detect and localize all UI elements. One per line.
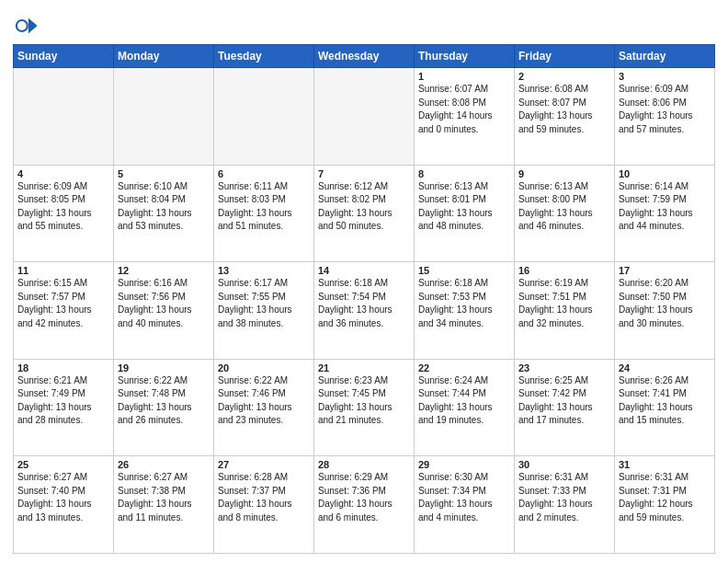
calendar-week-3: 11Sunrise: 6:15 AMSunset: 7:57 PMDayligh… bbox=[14, 262, 715, 360]
header bbox=[13, 9, 715, 39]
day-number: 24 bbox=[619, 362, 711, 373]
calendar-cell: 28Sunrise: 6:29 AMSunset: 7:36 PMDayligh… bbox=[314, 456, 415, 554]
calendar-cell: 26Sunrise: 6:27 AMSunset: 7:38 PMDayligh… bbox=[114, 456, 214, 554]
calendar-cell: 4Sunrise: 6:09 AMSunset: 8:05 PMDaylight… bbox=[14, 165, 114, 262]
day-info: Sunrise: 6:20 AMSunset: 7:50 PMDaylight:… bbox=[619, 277, 711, 330]
day-info: Sunrise: 6:13 AMSunset: 8:00 PMDaylight:… bbox=[518, 180, 610, 234]
day-info: Sunrise: 6:24 AMSunset: 7:44 PMDaylight:… bbox=[418, 374, 510, 428]
calendar-cell: 14Sunrise: 6:18 AMSunset: 7:54 PMDayligh… bbox=[314, 262, 415, 360]
day-info: Sunrise: 6:16 AMSunset: 7:56 PMDaylight:… bbox=[118, 277, 210, 330]
calendar-week-4: 18Sunrise: 6:21 AMSunset: 7:49 PMDayligh… bbox=[14, 359, 715, 456]
svg-marker-2 bbox=[28, 18, 38, 34]
day-number: 29 bbox=[418, 459, 510, 470]
weekday-header-wednesday: Wednesday bbox=[314, 45, 415, 68]
day-info: Sunrise: 6:08 AMSunset: 8:07 PMDaylight:… bbox=[518, 83, 610, 136]
logo bbox=[13, 13, 42, 39]
day-number: 1 bbox=[418, 71, 510, 82]
day-number: 13 bbox=[218, 265, 310, 276]
weekday-header-saturday: Saturday bbox=[615, 45, 715, 68]
day-number: 30 bbox=[518, 459, 610, 470]
calendar-cell: 7Sunrise: 6:12 AMSunset: 8:02 PMDaylight… bbox=[314, 165, 415, 262]
calendar-body: 1Sunrise: 6:07 AMSunset: 8:08 PMDaylight… bbox=[14, 68, 715, 554]
day-info: Sunrise: 6:23 AMSunset: 7:45 PMDaylight:… bbox=[318, 374, 410, 428]
day-info: Sunrise: 6:31 AMSunset: 7:31 PMDaylight:… bbox=[619, 471, 711, 524]
day-number: 10 bbox=[619, 168, 711, 179]
day-info: Sunrise: 6:27 AMSunset: 7:40 PMDaylight:… bbox=[17, 471, 109, 524]
calendar-cell: 1Sunrise: 6:07 AMSunset: 8:08 PMDaylight… bbox=[415, 68, 515, 166]
day-number: 23 bbox=[518, 362, 610, 373]
calendar-table: SundayMondayTuesdayWednesdayThursdayFrid… bbox=[13, 44, 715, 554]
calendar-cell: 23Sunrise: 6:25 AMSunset: 7:42 PMDayligh… bbox=[515, 359, 615, 456]
day-number: 16 bbox=[518, 265, 610, 276]
day-info: Sunrise: 6:22 AMSunset: 7:46 PMDaylight:… bbox=[218, 374, 310, 428]
calendar-cell: 18Sunrise: 6:21 AMSunset: 7:49 PMDayligh… bbox=[14, 359, 114, 456]
calendar-cell: 2Sunrise: 6:08 AMSunset: 8:07 PMDaylight… bbox=[515, 68, 615, 166]
day-info: Sunrise: 6:31 AMSunset: 7:33 PMDaylight:… bbox=[518, 471, 610, 524]
calendar-cell: 22Sunrise: 6:24 AMSunset: 7:44 PMDayligh… bbox=[415, 359, 515, 456]
calendar-cell: 21Sunrise: 6:23 AMSunset: 7:45 PMDayligh… bbox=[314, 359, 415, 456]
day-number: 25 bbox=[17, 459, 109, 470]
day-info: Sunrise: 6:30 AMSunset: 7:34 PMDaylight:… bbox=[418, 471, 510, 524]
calendar-cell: 20Sunrise: 6:22 AMSunset: 7:46 PMDayligh… bbox=[214, 359, 314, 456]
weekday-header-thursday: Thursday bbox=[415, 45, 515, 68]
page: SundayMondayTuesdayWednesdayThursdayFrid… bbox=[0, 0, 728, 563]
day-info: Sunrise: 6:15 AMSunset: 7:57 PMDaylight:… bbox=[17, 277, 109, 330]
day-number: 14 bbox=[318, 265, 410, 276]
day-info: Sunrise: 6:13 AMSunset: 8:01 PMDaylight:… bbox=[418, 180, 510, 234]
calendar-cell: 10Sunrise: 6:14 AMSunset: 7:59 PMDayligh… bbox=[615, 165, 715, 262]
calendar-week-5: 25Sunrise: 6:27 AMSunset: 7:40 PMDayligh… bbox=[14, 456, 715, 554]
day-info: Sunrise: 6:14 AMSunset: 7:59 PMDaylight:… bbox=[619, 180, 711, 234]
calendar-cell: 11Sunrise: 6:15 AMSunset: 7:57 PMDayligh… bbox=[14, 262, 114, 360]
day-info: Sunrise: 6:17 AMSunset: 7:55 PMDaylight:… bbox=[218, 277, 310, 330]
day-number: 28 bbox=[318, 459, 410, 470]
day-info: Sunrise: 6:11 AMSunset: 8:03 PMDaylight:… bbox=[218, 180, 310, 234]
svg-point-1 bbox=[17, 21, 27, 30]
day-info: Sunrise: 6:12 AMSunset: 8:02 PMDaylight:… bbox=[318, 180, 410, 234]
calendar-cell: 16Sunrise: 6:19 AMSunset: 7:51 PMDayligh… bbox=[515, 262, 615, 360]
calendar-cell: 13Sunrise: 6:17 AMSunset: 7:55 PMDayligh… bbox=[214, 262, 314, 360]
weekday-row: SundayMondayTuesdayWednesdayThursdayFrid… bbox=[14, 45, 715, 68]
calendar-cell: 17Sunrise: 6:20 AMSunset: 7:50 PMDayligh… bbox=[615, 262, 715, 360]
day-number: 27 bbox=[218, 459, 310, 470]
calendar-week-1: 1Sunrise: 6:07 AMSunset: 8:08 PMDaylight… bbox=[14, 68, 715, 166]
day-number: 17 bbox=[619, 265, 711, 276]
day-number: 22 bbox=[418, 362, 510, 373]
calendar-cell bbox=[314, 68, 415, 166]
calendar-cell: 6Sunrise: 6:11 AMSunset: 8:03 PMDaylight… bbox=[214, 165, 314, 262]
day-info: Sunrise: 6:09 AMSunset: 8:06 PMDaylight:… bbox=[619, 83, 711, 136]
calendar-cell: 15Sunrise: 6:18 AMSunset: 7:53 PMDayligh… bbox=[415, 262, 515, 360]
day-number: 9 bbox=[518, 168, 610, 179]
calendar-cell: 3Sunrise: 6:09 AMSunset: 8:06 PMDaylight… bbox=[615, 68, 715, 166]
weekday-header-sunday: Sunday bbox=[14, 45, 114, 68]
day-number: 7 bbox=[318, 168, 410, 179]
day-number: 8 bbox=[418, 168, 510, 179]
day-info: Sunrise: 6:28 AMSunset: 7:37 PMDaylight:… bbox=[218, 471, 310, 524]
day-number: 15 bbox=[418, 265, 510, 276]
day-number: 19 bbox=[118, 362, 210, 373]
calendar-cell: 12Sunrise: 6:16 AMSunset: 7:56 PMDayligh… bbox=[114, 262, 214, 360]
day-number: 12 bbox=[118, 265, 210, 276]
calendar-cell: 29Sunrise: 6:30 AMSunset: 7:34 PMDayligh… bbox=[415, 456, 515, 554]
weekday-header-tuesday: Tuesday bbox=[214, 45, 314, 68]
day-info: Sunrise: 6:19 AMSunset: 7:51 PMDaylight:… bbox=[518, 277, 610, 330]
calendar-cell bbox=[214, 68, 314, 166]
day-number: 18 bbox=[17, 362, 109, 373]
day-number: 21 bbox=[318, 362, 410, 373]
day-number: 11 bbox=[17, 265, 109, 276]
calendar-cell: 31Sunrise: 6:31 AMSunset: 7:31 PMDayligh… bbox=[615, 456, 715, 554]
day-info: Sunrise: 6:29 AMSunset: 7:36 PMDaylight:… bbox=[318, 471, 410, 524]
calendar-cell: 19Sunrise: 6:22 AMSunset: 7:48 PMDayligh… bbox=[114, 359, 214, 456]
calendar-cell bbox=[14, 68, 114, 166]
day-info: Sunrise: 6:07 AMSunset: 8:08 PMDaylight:… bbox=[418, 83, 510, 136]
day-number: 26 bbox=[118, 459, 210, 470]
calendar-cell: 27Sunrise: 6:28 AMSunset: 7:37 PMDayligh… bbox=[214, 456, 314, 554]
day-info: Sunrise: 6:18 AMSunset: 7:53 PMDaylight:… bbox=[418, 277, 510, 330]
day-number: 5 bbox=[118, 168, 210, 179]
weekday-header-monday: Monday bbox=[114, 45, 214, 68]
day-info: Sunrise: 6:27 AMSunset: 7:38 PMDaylight:… bbox=[118, 471, 210, 524]
day-info: Sunrise: 6:21 AMSunset: 7:49 PMDaylight:… bbox=[17, 374, 109, 428]
calendar-cell: 30Sunrise: 6:31 AMSunset: 7:33 PMDayligh… bbox=[515, 456, 615, 554]
day-info: Sunrise: 6:10 AMSunset: 8:04 PMDaylight:… bbox=[118, 180, 210, 234]
day-number: 6 bbox=[218, 168, 310, 179]
calendar-cell: 24Sunrise: 6:26 AMSunset: 7:41 PMDayligh… bbox=[615, 359, 715, 456]
